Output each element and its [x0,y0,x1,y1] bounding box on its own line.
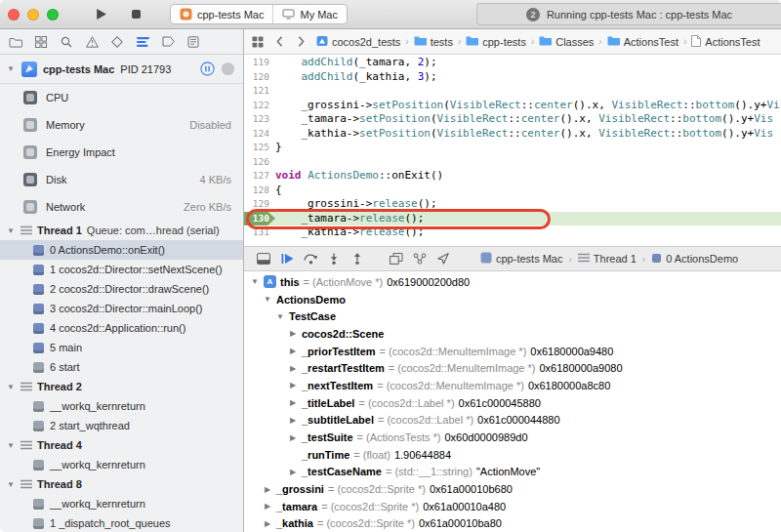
stack-frame[interactable]: 3 cocos2d::Director::mainLoop() [0,299,243,318]
forward-button[interactable] [291,32,310,52]
line-number[interactable]: 126 [244,155,275,170]
run-button[interactable] [86,4,115,25]
thread-row-2[interactable]: ▼Thread 2 [0,377,243,396]
project-navigator-icon[interactable] [5,32,26,52]
variable-row[interactable]: ▼Athis = (ActionMove *) 0x619000200d80 [244,273,781,291]
line-number[interactable]: 129 [244,197,275,212]
variable-row[interactable]: ▼ActionsDemo [244,291,781,308]
destination-segment[interactable]: My Mac [273,5,347,23]
breakpoint-navigator-icon[interactable] [157,32,179,52]
disclosure-open-icon[interactable]: ▼ [263,295,272,304]
thread-row-3[interactable]: ▼Thread 4 [0,435,243,455]
continue-button[interactable] [275,249,299,268]
step-out-button[interactable] [346,249,369,268]
jump-bar-crumb[interactable]: ActionsTest [607,35,678,48]
thread-row-1[interactable]: ▼Thread 1Queue: com…hread (serial) [0,221,243,240]
stack-frame[interactable]: __workq_kernreturn [0,494,243,513]
disclosure-closed-icon[interactable]: ▶ [288,347,298,355]
stop-button[interactable] [121,4,150,25]
jump-bar-crumb[interactable]: cpp-tests [466,35,526,48]
gauge-row-network[interactable]: NetworkZero KB/s [0,193,243,221]
disclosure-closed-icon[interactable]: ▶ [263,519,272,528]
variable-row[interactable]: _runTime = (float) 1.90644884 [244,446,781,464]
disclosure-triangle-icon[interactable]: ▼ [6,383,16,391]
code-line-120[interactable]: 120 addChild(_kathia, 3); [244,70,781,85]
activity-count-badge[interactable]: 2 [526,8,540,21]
disclosure-triangle-icon[interactable]: ▼ [6,64,16,73]
disclosure-closed-icon[interactable]: ▶ [288,329,298,338]
stack-frame[interactable]: 2 start_wqthread [0,416,243,435]
debug-navigator-icon[interactable] [132,32,153,52]
code-line-128[interactable]: 128{ [244,184,781,198]
simulate-location-button[interactable] [432,249,455,268]
line-number[interactable]: 123 [244,112,275,127]
line-number[interactable]: 119 [244,56,275,70]
line-number[interactable]: 120 [244,70,275,85]
disclosure-triangle-icon[interactable]: ▼ [6,480,16,489]
hide-debug-area-button[interactable] [252,249,275,268]
code-line-125[interactable]: 125} [244,141,781,155]
code-line-127[interactable]: 127void ActionsDemo::onExit() [244,169,781,184]
code-line-123[interactable]: 123 _tamara->setPosition(VisibleRect::ce… [244,112,781,127]
code-line-124[interactable]: 124 _kathia->setPosition(VisibleRect::ce… [244,127,781,142]
related-items-button[interactable] [248,32,267,52]
disclosure-closed-icon[interactable]: ▶ [263,485,272,494]
zoom-window-button[interactable] [47,9,59,20]
line-number[interactable]: 130 [244,212,275,226]
disclosure-open-icon[interactable]: ▼ [275,312,285,321]
debug-breadcrumb-item[interactable]: cpp-tests Mac [480,252,562,266]
terminate-process-button[interactable] [221,61,235,76]
jump-bar-crumb[interactable]: tests [414,35,453,48]
variable-row[interactable]: ▶cocos2d::Scene [244,325,781,343]
thread-row-4[interactable]: ▼Thread 8 [0,474,243,494]
code-line-122[interactable]: 122 _grossini->setPosition(VisibleRect::… [244,99,781,113]
step-into-button[interactable] [322,249,346,268]
stack-frame[interactable]: 0 ActionsDemo::onExit() [0,240,243,260]
issue-navigator-icon[interactable] [81,32,103,52]
stack-frame[interactable]: 4 cocos2d::Application::run() [0,318,243,338]
pause-process-button[interactable] [200,61,215,76]
variable-row[interactable]: ▶_kathia = (cocos2d::Sprite *) 0x61a0001… [244,515,781,532]
line-number[interactable]: 127 [244,169,275,184]
disclosure-triangle-icon[interactable]: ▼ [6,226,16,235]
close-window-button[interactable] [8,9,20,20]
disclosure-closed-icon[interactable]: ▶ [288,381,298,389]
code-line-129[interactable]: 129 _grossini->release(); [244,197,781,212]
memory-graph-button[interactable] [408,249,432,268]
line-number[interactable]: 121 [244,84,275,99]
jump-bar-crumb[interactable]: ActionsTest [691,35,760,49]
jump-bar-crumb[interactable]: Classes [539,35,594,48]
gauge-row-energy-impact[interactable]: Energy Impact [0,139,243,166]
debug-breadcrumb-item[interactable]: 0 ActionsDemo [651,253,738,266]
disclosure-closed-icon[interactable]: ▶ [288,433,298,442]
jump-bar-crumb[interactable]: cocos2d_tests [316,35,400,49]
stack-frame[interactable]: 6 start [0,357,243,377]
disclosure-closed-icon[interactable]: ▶ [288,416,298,425]
disclosure-closed-icon[interactable]: ▶ [288,468,298,476]
stack-frame[interactable]: 2 cocos2d::Director::drawScene() [0,279,243,299]
code-line-131[interactable]: 131 _kathia->release(); [244,225,781,240]
stack-frame[interactable]: __workq_kernreturn [0,396,243,416]
variable-row[interactable]: ▶_grossini = (cocos2d::Sprite *) 0x61a00… [244,480,781,498]
variable-row[interactable]: ▶_titleLabel = (cocos2d::Label *) 0x61c0… [244,394,781,412]
report-navigator-icon[interactable] [183,32,204,52]
back-button[interactable] [269,32,289,52]
line-number[interactable]: 122 [244,99,275,113]
code-line-119[interactable]: 119 addChild(_tamara, 2); [244,56,781,70]
disclosure-closed-icon[interactable]: ▶ [288,398,298,407]
disclosure-closed-icon[interactable]: ▶ [263,502,272,511]
symbol-navigator-icon[interactable] [30,32,52,52]
stack-frame[interactable]: __workq_kernreturn [0,455,243,474]
code-line-126[interactable]: 126 [244,155,781,170]
disclosure-triangle-icon[interactable]: ▼ [6,441,16,450]
code-line-121[interactable]: 121 [244,84,781,99]
gauge-row-disk[interactable]: Disk4 KB/s [0,166,243,193]
scheme-segment[interactable]: cpp-tests Mac [171,5,272,23]
variable-row[interactable]: ▶_subtitleLabel = (cocos2d::Label *) 0x6… [244,412,781,430]
test-navigator-icon[interactable] [106,32,128,52]
line-number[interactable]: 131 [244,225,275,240]
disclosure-closed-icon[interactable]: ▶ [288,364,298,373]
debug-breadcrumb-item[interactable]: Thread 1 [578,253,637,265]
gauge-row-cpu[interactable]: CPU [0,84,243,111]
variable-row[interactable]: ▼TestCase [244,307,781,325]
